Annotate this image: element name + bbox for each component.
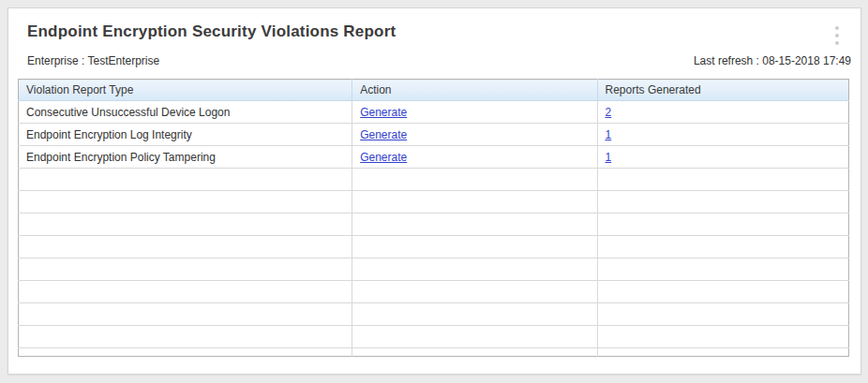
violations-table-wrapper: Violation Report Type Action Reports Gen… bbox=[18, 79, 849, 357]
empty-cell bbox=[597, 236, 848, 258]
generate-link[interactable]: Generate bbox=[360, 106, 407, 119]
empty-cell bbox=[19, 258, 352, 281]
empty-table-row bbox=[19, 236, 849, 258]
reports-generated-cell: 2 bbox=[597, 101, 848, 124]
empty-cell bbox=[352, 169, 597, 191]
empty-cell bbox=[19, 236, 352, 258]
empty-cell bbox=[597, 169, 848, 191]
page-title: Endpoint Encryption Security Violations … bbox=[27, 22, 842, 41]
reports-count-link[interactable]: 1 bbox=[606, 128, 612, 141]
table-header-row: Violation Report Type Action Reports Gen… bbox=[19, 80, 849, 101]
empty-table-row bbox=[19, 303, 849, 326]
last-refresh-label: Last refresh : 08-15-2018 17:49 bbox=[694, 54, 851, 67]
action-cell: Generate bbox=[352, 124, 597, 146]
empty-cell bbox=[352, 214, 597, 236]
empty-cell bbox=[19, 348, 352, 357]
empty-cell bbox=[352, 191, 597, 214]
empty-cell bbox=[597, 303, 848, 326]
generate-link[interactable]: Generate bbox=[360, 128, 407, 141]
enterprise-label: Enterprise : TestEnterprise bbox=[27, 54, 159, 67]
empty-cell bbox=[352, 303, 597, 326]
violations-table: Violation Report Type Action Reports Gen… bbox=[18, 79, 849, 357]
reports-count-link[interactable]: 2 bbox=[606, 106, 612, 119]
empty-cell bbox=[19, 281, 352, 303]
column-header-violation-report-type: Violation Report Type bbox=[19, 80, 352, 101]
kebab-dot bbox=[835, 26, 839, 30]
empty-cell bbox=[597, 281, 848, 303]
empty-cell bbox=[19, 169, 352, 191]
empty-cell bbox=[19, 326, 352, 348]
report-card: Endpoint Encryption Security Violations … bbox=[7, 7, 861, 375]
empty-cell bbox=[597, 191, 848, 214]
empty-table-row bbox=[19, 169, 849, 191]
empty-table-row bbox=[19, 326, 849, 348]
meta-row: Enterprise : TestEnterprise Last refresh… bbox=[8, 41, 861, 67]
kebab-menu-icon[interactable] bbox=[827, 23, 847, 48]
empty-table-row bbox=[19, 191, 849, 214]
reports-generated-cell: 1 bbox=[597, 146, 848, 169]
violation-type-cell: Endpoint Encryption Policy Tampering bbox=[19, 146, 352, 169]
empty-cell bbox=[597, 258, 848, 281]
empty-cell bbox=[352, 258, 597, 281]
empty-cell bbox=[597, 326, 848, 348]
empty-table-row bbox=[19, 258, 849, 281]
reports-count-link[interactable]: 1 bbox=[606, 151, 612, 164]
table-row: Consecutive Unsuccessful Device LogonGen… bbox=[19, 101, 849, 124]
card-header: Endpoint Encryption Security Violations … bbox=[8, 8, 861, 41]
column-header-reports-generated: Reports Generated bbox=[597, 80, 848, 101]
empty-cell bbox=[352, 326, 597, 348]
kebab-dot bbox=[835, 41, 839, 45]
generate-link[interactable]: Generate bbox=[360, 151, 407, 164]
empty-cell bbox=[352, 281, 597, 303]
empty-table-row bbox=[19, 348, 849, 357]
violation-type-cell: Endpoint Encryption Log Integrity bbox=[19, 124, 352, 146]
violation-type-cell: Consecutive Unsuccessful Device Logon bbox=[19, 101, 352, 124]
empty-cell bbox=[352, 236, 597, 258]
empty-table-row bbox=[19, 214, 849, 236]
table-row: Endpoint Encryption Log IntegrityGenerat… bbox=[19, 124, 849, 146]
action-cell: Generate bbox=[352, 146, 597, 169]
action-cell: Generate bbox=[352, 101, 597, 124]
empty-cell bbox=[19, 214, 352, 236]
empty-cell bbox=[352, 348, 597, 357]
empty-cell bbox=[19, 191, 352, 214]
empty-cell bbox=[597, 348, 848, 357]
empty-cell bbox=[597, 214, 848, 236]
column-header-action: Action bbox=[352, 80, 597, 101]
empty-table-row bbox=[19, 281, 849, 303]
empty-cell bbox=[19, 303, 352, 326]
reports-generated-cell: 1 bbox=[597, 124, 848, 146]
kebab-dot bbox=[835, 34, 839, 37]
table-row: Endpoint Encryption Policy TamperingGene… bbox=[19, 146, 849, 169]
